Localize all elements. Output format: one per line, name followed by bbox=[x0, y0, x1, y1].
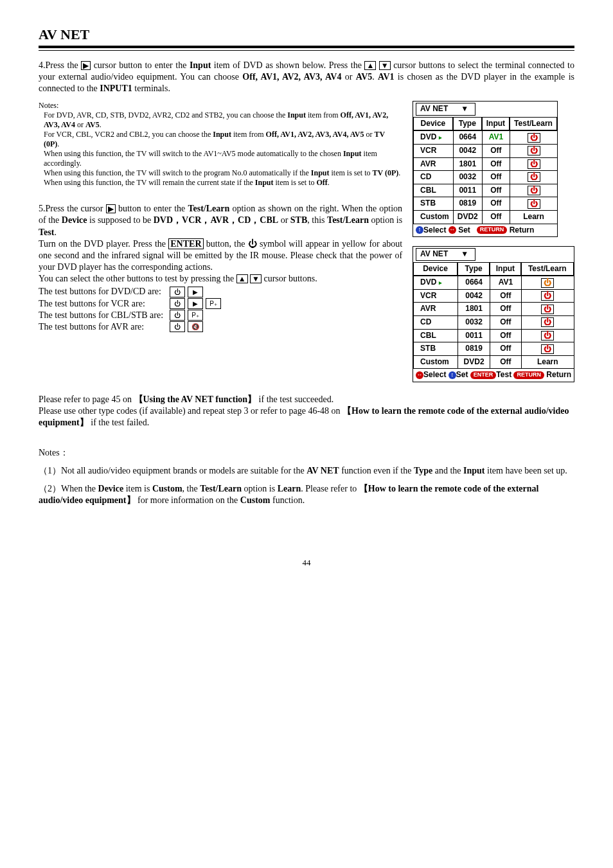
text: , this bbox=[307, 215, 327, 225]
pplus-icon: P₊ bbox=[188, 310, 203, 321]
cell: 0032 bbox=[458, 315, 490, 329]
text: The test buttons for CBL/STB are: bbox=[39, 310, 163, 321]
cell: CD bbox=[413, 170, 453, 184]
text: Off bbox=[317, 178, 328, 187]
text: option is bbox=[242, 484, 278, 493]
cell: Off bbox=[490, 302, 520, 315]
text: TV (0P) bbox=[373, 168, 399, 177]
text: The test buttons for VCR are: bbox=[39, 298, 163, 310]
text: and the bbox=[432, 466, 463, 475]
text: Please refer to page 45 on bbox=[39, 394, 134, 404]
cell: 0819 bbox=[458, 342, 490, 355]
text: When using this function, the TV will sw… bbox=[44, 168, 311, 177]
power-icon: ⏻ bbox=[170, 287, 185, 297]
text: The test buttons for AVR are: bbox=[39, 321, 163, 333]
cell: Off bbox=[482, 210, 510, 224]
cell: Off bbox=[482, 197, 510, 210]
power-icon: ⏻ bbox=[541, 305, 554, 314]
table-footer: ↕Select ↔ Set RETURN Return bbox=[413, 224, 557, 237]
text: Test/Learn bbox=[188, 204, 229, 213]
cell: 1801 bbox=[453, 157, 482, 171]
text: if the test succeeded. bbox=[256, 394, 333, 404]
text: Type bbox=[414, 466, 432, 475]
text: item is bbox=[123, 484, 152, 493]
cell: Off bbox=[482, 144, 510, 157]
cell: CBL bbox=[413, 329, 458, 342]
text: 【Using the AV NET function】 bbox=[134, 394, 257, 404]
right-icon: ▶ bbox=[81, 61, 91, 70]
text: The test buttons for DVD/CD are: bbox=[39, 286, 163, 297]
text: （1）Not all audio/video equipment brands … bbox=[39, 466, 306, 475]
notes-block: Notes: For DVD, AVR, CD, STB, DVD2, AVR2… bbox=[39, 101, 402, 188]
cell: Off bbox=[482, 157, 510, 171]
power-icon: ⏻ bbox=[170, 321, 185, 332]
text: cursor button to enter the bbox=[91, 60, 190, 70]
col-device: Device bbox=[413, 117, 453, 131]
cell: AV1 bbox=[490, 276, 520, 289]
text: AV NET bbox=[306, 466, 339, 475]
text: or bbox=[364, 130, 375, 139]
right-icon: ▶ bbox=[106, 204, 116, 213]
text: or bbox=[341, 72, 355, 82]
cell: 0011 bbox=[458, 329, 490, 342]
cell: 0819 bbox=[453, 197, 482, 210]
text: item of DVD as shown below. Press the bbox=[211, 60, 364, 70]
text: . bbox=[328, 178, 330, 187]
pplus-icon: P₊ bbox=[206, 298, 221, 309]
text: is supposed to be bbox=[87, 215, 153, 225]
cell: Off bbox=[482, 184, 510, 197]
cell: AV1 bbox=[489, 132, 503, 141]
text: item is set to bbox=[330, 168, 373, 177]
cell: 0042 bbox=[458, 289, 490, 303]
text: Input bbox=[343, 149, 362, 158]
cell: 0011 bbox=[453, 184, 482, 197]
cell: Off bbox=[490, 342, 520, 355]
text: for more information on the bbox=[136, 495, 240, 505]
text: Test/Learn bbox=[200, 484, 242, 493]
cell: Custom bbox=[413, 355, 458, 369]
text: Off, AV1, AV2, AV3, AV4, AV5 bbox=[266, 130, 364, 139]
cell: 0664 bbox=[453, 130, 482, 144]
text: item from bbox=[231, 130, 266, 139]
power-icon: ⏻ bbox=[248, 239, 257, 249]
up-icon: ▲ bbox=[364, 61, 376, 70]
cell: CD bbox=[413, 315, 458, 329]
text: option is bbox=[369, 215, 402, 225]
text: Input bbox=[463, 466, 484, 475]
text: cursor buttons. bbox=[262, 274, 317, 283]
text: function even if the bbox=[339, 466, 414, 475]
text: 5.Press the cursor bbox=[39, 204, 106, 213]
power-icon: ⏻ bbox=[528, 146, 540, 155]
text: or bbox=[278, 215, 290, 225]
text: . Please refer to bbox=[301, 484, 359, 493]
cell: Custom bbox=[413, 210, 453, 224]
text: Device bbox=[98, 484, 124, 493]
text: For DVD, AVR, CD, STB, DVD2, AVR2, CD2 a… bbox=[44, 111, 287, 120]
text: button, the bbox=[204, 239, 248, 249]
cell: Off bbox=[490, 355, 520, 369]
text: Input bbox=[255, 178, 274, 187]
av-net-table-2: AV NET ▼ Device Type Input Test/Learn DV… bbox=[413, 246, 574, 382]
text: DVD，VCR，AVR，CD，CBL bbox=[154, 215, 278, 225]
text: You can select the other buttons to test… bbox=[39, 274, 236, 283]
up-icon: ▲ bbox=[236, 274, 248, 283]
power-icon: ⏻ bbox=[528, 133, 540, 143]
col-input: Input bbox=[482, 117, 510, 131]
power-icon: ⏻ bbox=[541, 291, 554, 301]
cell: VCR bbox=[413, 144, 453, 157]
power-icon: ⏻ bbox=[528, 172, 540, 182]
col-type: Type bbox=[453, 117, 482, 131]
play-icon: ▶ bbox=[188, 298, 203, 309]
text: AV NET bbox=[420, 249, 448, 258]
power-icon: ⏻ bbox=[541, 344, 554, 354]
notes2-label: Notes： bbox=[39, 447, 574, 459]
power-icon: ⏻ bbox=[170, 310, 185, 321]
text: Test/Learn bbox=[327, 215, 369, 225]
text: Device bbox=[62, 215, 87, 225]
cell: 0042 bbox=[453, 144, 482, 157]
text: . bbox=[372, 72, 378, 82]
cell: VCR bbox=[413, 289, 458, 303]
cell: Learn bbox=[510, 210, 557, 224]
after-paragraphs: Please refer to page 45 on 【Using the AV… bbox=[39, 394, 574, 429]
text: AV NET bbox=[420, 104, 448, 113]
